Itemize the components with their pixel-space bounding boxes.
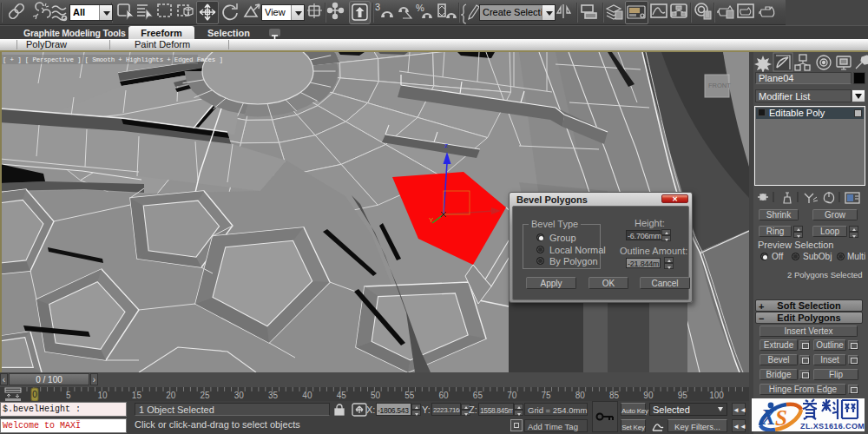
svg-text:30: 30 bbox=[234, 391, 245, 400]
svg-text:70: 70 bbox=[507, 391, 517, 400]
svg-text:35: 35 bbox=[268, 391, 279, 400]
svg-text:40: 40 bbox=[302, 391, 312, 400]
svg-text:45: 45 bbox=[337, 391, 347, 400]
svg-text:FRONT: FRONT bbox=[708, 82, 731, 89]
svg-text:85: 85 bbox=[609, 391, 620, 400]
svg-text:3: 3 bbox=[375, 2, 380, 12]
svg-text:80: 80 bbox=[575, 391, 586, 400]
svg-text:z: z bbox=[444, 141, 448, 149]
svg-text:25: 25 bbox=[200, 391, 210, 400]
svg-text:5: 5 bbox=[66, 391, 71, 400]
svg-text:ZL.XS1616.COM: ZL.XS1616.COM bbox=[800, 422, 865, 431]
svg-text:Y: Y bbox=[429, 216, 434, 224]
svg-text:0: 0 bbox=[32, 390, 37, 399]
svg-text:55: 55 bbox=[404, 391, 415, 400]
svg-text:65: 65 bbox=[473, 391, 483, 400]
svg-text:%: % bbox=[416, 3, 424, 13]
svg-text:100: 100 bbox=[709, 391, 724, 400]
svg-text:90: 90 bbox=[643, 391, 654, 400]
svg-text:75: 75 bbox=[541, 391, 551, 400]
svg-text:60: 60 bbox=[439, 391, 450, 400]
svg-text:S: S bbox=[775, 406, 787, 430]
svg-text:[ + ] [ Perspective ] [ Smooth: [ + ] [ Perspective ] [ Smooth + Highlig… bbox=[3, 56, 223, 63]
svg-text:50: 50 bbox=[371, 391, 381, 400]
svg-text:10: 10 bbox=[98, 391, 108, 400]
svg-text:95: 95 bbox=[678, 391, 688, 400]
svg-text:15: 15 bbox=[132, 391, 142, 400]
svg-text:20: 20 bbox=[166, 391, 176, 400]
